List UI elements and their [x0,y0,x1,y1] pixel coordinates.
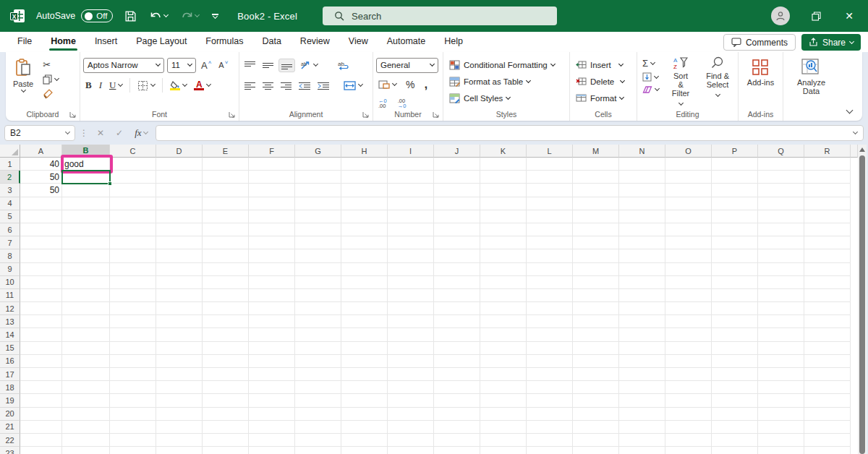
grid-cell-Q15[interactable] [758,342,804,355]
grid-cell-B4[interactable] [62,197,110,210]
grid-cell-P21[interactable] [712,421,758,434]
grid-cell-C2[interactable] [110,171,156,184]
grid-cell-O7[interactable] [665,236,712,249]
grid-cell-O4[interactable] [665,197,712,210]
row-header-22[interactable]: 22 [0,434,20,447]
formula-input[interactable] [156,125,864,141]
grid-cell-Q10[interactable] [758,276,804,289]
grid-cell-H20[interactable] [341,408,388,421]
grid-cell-E19[interactable] [203,394,249,407]
grid-cell-F19[interactable] [249,394,295,407]
grid-cell-B11[interactable] [62,289,110,302]
borders-button[interactable] [135,79,157,93]
grid-cell-L18[interactable] [527,381,573,394]
grid-cell-I17[interactable] [388,368,434,381]
grid-cell-A4[interactable] [20,197,62,210]
grid-cell-M15[interactable] [573,342,619,355]
grid-cell-J22[interactable] [434,434,480,447]
grid-cell-P15[interactable] [712,342,758,355]
grid-cell-Q22[interactable] [758,434,804,447]
grid-cell-A1[interactable]: 40 [20,158,62,171]
grid-cell-B14[interactable] [62,328,110,341]
autosave-toggle[interactable]: Off [81,9,113,22]
grid-cell-Q9[interactable] [758,263,804,276]
grid-cell-M12[interactable] [573,302,619,315]
grid-cell-D18[interactable] [156,381,203,394]
grid-cell-H1[interactable] [341,158,388,171]
grid-cell-M11[interactable] [573,289,619,302]
grid-cell-R17[interactable] [804,368,851,381]
grid-cell-P10[interactable] [712,276,758,289]
grid-cell-D17[interactable] [156,368,203,381]
row-header-21[interactable]: 21 [0,421,20,434]
grid-cell-F14[interactable] [249,328,295,341]
grid-cell-P12[interactable] [712,302,758,315]
orientation-button[interactable]: ab [298,59,320,72]
grid-cell-I1[interactable] [388,158,434,171]
grid-cell-P3[interactable] [712,184,758,197]
grid-cell-B19[interactable] [62,394,110,407]
grid-cell-J7[interactable] [434,236,480,249]
grid-cell-M23[interactable] [573,447,619,454]
grid-cell-L7[interactable] [527,236,573,249]
row-header-12[interactable]: 12 [0,302,20,315]
grid-cell-F16[interactable] [249,355,295,368]
grid-cell-A8[interactable] [20,249,62,262]
grid-cell-D21[interactable] [156,421,203,434]
grid-cell-R8[interactable] [804,249,851,262]
search-input[interactable]: Search [323,7,557,25]
grid-cell-R21[interactable] [804,421,851,434]
grid-cell-J10[interactable] [434,276,480,289]
row-header-16[interactable]: 16 [0,355,20,368]
grid-cell-E6[interactable] [203,223,249,236]
grid-cell-C9[interactable] [110,263,156,276]
grid-cell-L12[interactable] [527,302,573,315]
grid-cell-K21[interactable] [480,421,527,434]
grid-cell-P2[interactable] [712,171,758,184]
grid-cell-C3[interactable] [110,184,156,197]
grid-cell-I19[interactable] [388,394,434,407]
grid-cell-D6[interactable] [156,223,203,236]
grid-cell-O16[interactable] [665,355,712,368]
grid-cell-L21[interactable] [527,421,573,434]
grid-cell-K23[interactable] [480,447,527,454]
row-header-1[interactable]: 1 [0,158,20,171]
grid-cell-I4[interactable] [388,197,434,210]
grid-cell-D20[interactable] [156,408,203,421]
column-header-B[interactable]: B [62,145,110,158]
grid-cell-J9[interactable] [434,263,480,276]
paste-dropdown[interactable] [21,87,26,93]
grid-cell-Q5[interactable] [758,210,804,223]
grid-cell-J3[interactable] [434,184,480,197]
grid-cell-R18[interactable] [804,381,851,394]
analyze-data-button[interactable]: AnalyzeData [793,56,830,98]
grid-cell-D11[interactable] [156,289,203,302]
grid-cell-G20[interactable] [295,408,341,421]
row-header-20[interactable]: 20 [0,408,20,421]
grid-cell-E12[interactable] [203,302,249,315]
grid-cell-F18[interactable] [249,381,295,394]
grid-cell-G9[interactable] [295,263,341,276]
number-dialog-launcher[interactable] [433,111,439,118]
column-header-G[interactable]: G [295,145,341,158]
grid-cell-E4[interactable] [203,197,249,210]
grid-cell-Q19[interactable] [758,394,804,407]
grid-cell-M18[interactable] [573,381,619,394]
expand-formula-bar-button[interactable] [853,129,858,134]
grid-cell-E1[interactable] [203,158,249,171]
grid-cell-L23[interactable] [527,447,573,454]
row-header-7[interactable]: 7 [0,236,20,249]
grid-cell-K17[interactable] [480,368,527,381]
grid-cell-R6[interactable] [804,223,851,236]
delete-cells-button[interactable]: Delete [573,73,627,90]
grid-cell-K22[interactable] [480,434,527,447]
grid-cell-G10[interactable] [295,276,341,289]
tab-formulas[interactable]: Formulas [197,33,252,51]
row-header-6[interactable]: 6 [0,223,20,236]
grid-cell-A14[interactable] [20,328,62,341]
grid-cell-I8[interactable] [388,249,434,262]
row-header-9[interactable]: 9 [0,263,20,276]
grid-cell-F9[interactable] [249,263,295,276]
grid-cell-P22[interactable] [712,434,758,447]
grid-cell-E16[interactable] [203,355,249,368]
